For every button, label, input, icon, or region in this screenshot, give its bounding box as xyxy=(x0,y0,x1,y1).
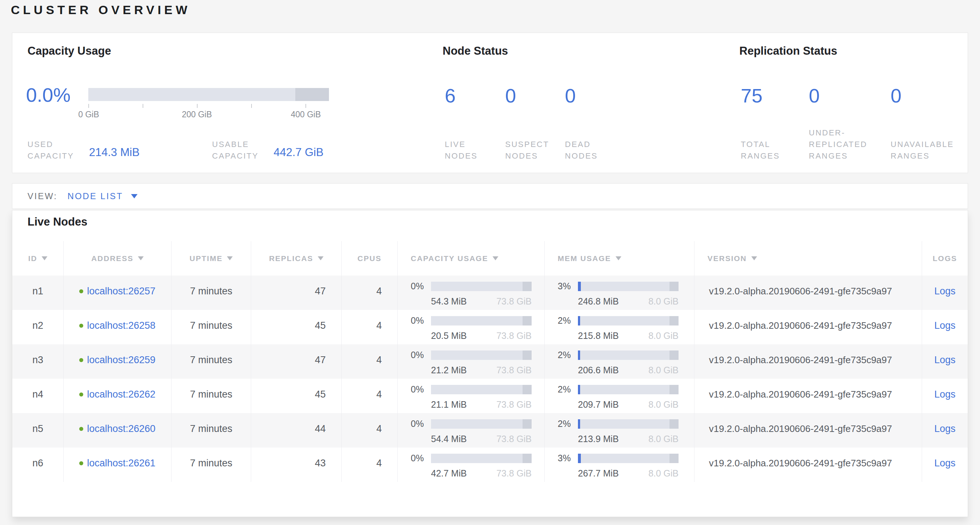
usage-percent: 2% xyxy=(558,384,578,395)
usage-meter-cap xyxy=(523,282,531,291)
capacity-usage-cell: 0% 54.3 MiB73.8 GiB xyxy=(398,276,545,310)
sort-descending-icon xyxy=(41,256,48,260)
page-title: CLUSTER OVERVIEW xyxy=(11,3,191,17)
usage-meter xyxy=(578,282,679,291)
node-id: n1 xyxy=(12,276,64,310)
usage-meter xyxy=(431,282,531,291)
logs-link[interactable]: Logs xyxy=(934,389,956,400)
usage-meter xyxy=(431,454,531,463)
capacity-axis-labels: 0 GiB 200 GiB 400 GiB xyxy=(88,110,329,121)
usage-percent: 3% xyxy=(558,453,578,463)
usage-meter xyxy=(431,385,531,394)
usage-meter xyxy=(431,419,531,429)
mem-usage-cell: 2% 215.8 MiB8.0 GiB xyxy=(545,310,694,344)
axis-tick-label: 200 GiB xyxy=(182,110,212,120)
node-address-cell: localhost:26260 xyxy=(64,413,172,447)
usage-meter-cap xyxy=(670,316,679,326)
usage-used-value: 42.7 MiB xyxy=(431,468,467,479)
table-row: n1 localhost:26257 7 minutes 47 4 0% 54.… xyxy=(12,276,968,310)
logs-link[interactable]: Logs xyxy=(934,354,956,366)
usage-meter xyxy=(578,316,679,326)
capacity-usage-cell: 0% 54.4 MiB73.8 GiB xyxy=(398,413,545,447)
usage-meter-cap xyxy=(523,351,531,360)
table-row: n5 localhost:26260 7 minutes 44 4 0% 54.… xyxy=(12,413,968,447)
usage-meter-cap xyxy=(523,385,531,394)
usage-used-value: 267.7 MiB xyxy=(578,468,619,479)
axis-tick-label: 0 GiB xyxy=(78,110,99,120)
node-uptime: 7 minutes xyxy=(172,447,251,482)
usage-percent: 0% xyxy=(411,418,431,429)
usage-total-value: 8.0 GiB xyxy=(649,330,679,341)
node-cpus: 4 xyxy=(342,344,398,379)
sort-descending-icon xyxy=(493,256,498,260)
usage-used-value: 246.8 MiB xyxy=(578,296,619,307)
node-address-link[interactable]: localhost:26260 xyxy=(87,423,155,434)
stat-value: 0 xyxy=(505,85,516,107)
node-version: v19.2.0-alpha.20190606-2491-gfe735c9a97 xyxy=(694,310,922,344)
node-address-cell: localhost:26261 xyxy=(64,447,172,482)
usage-meter xyxy=(578,351,679,360)
logs-link[interactable]: Logs xyxy=(934,286,956,297)
stat-value: 0 xyxy=(809,85,820,107)
node-address-link[interactable]: localhost:26259 xyxy=(87,354,155,366)
node-address-link[interactable]: localhost:26257 xyxy=(87,286,155,297)
logs-link[interactable]: Logs xyxy=(934,423,956,434)
node-replicas: 43 xyxy=(251,447,342,482)
usage-used-value: 213.9 MiB xyxy=(578,434,619,444)
column-header-id[interactable]: ID xyxy=(12,241,64,276)
logs-link[interactable]: Logs xyxy=(934,458,956,469)
capacity-usage-cell: 0% 42.7 MiB73.8 GiB xyxy=(398,447,545,482)
usage-total-value: 73.8 GiB xyxy=(496,330,531,341)
usage-meter-cap xyxy=(523,419,531,429)
logs-cell: Logs xyxy=(922,447,968,482)
usage-meter-fill xyxy=(578,282,581,291)
node-address-link[interactable]: localhost:26258 xyxy=(87,320,155,331)
usage-percent: 0% xyxy=(411,315,431,326)
node-live-status-icon xyxy=(79,461,83,465)
node-id: n3 xyxy=(12,344,64,379)
column-header-capacity-usage[interactable]: CAPACITY USAGE xyxy=(398,241,545,276)
usage-used-value: 54.4 MiB xyxy=(431,434,467,444)
usage-percent: 0% xyxy=(411,384,431,395)
column-header-replicas[interactable]: REPLICAS xyxy=(251,241,342,276)
logs-cell: Logs xyxy=(922,276,968,310)
node-list-dropdown[interactable]: NODE LIST xyxy=(68,191,138,201)
node-version: v19.2.0-alpha.20190606-2491-gfe735c9a97 xyxy=(694,447,922,482)
node-uptime: 7 minutes xyxy=(172,379,251,413)
stat-value: 0 xyxy=(565,85,576,107)
table-row: n6 localhost:26261 7 minutes 43 4 0% 42.… xyxy=(12,447,968,482)
usage-total-value: 73.8 GiB xyxy=(496,434,531,444)
usable-capacity-value: 442.7 GiB xyxy=(274,146,323,159)
replication-status-heading: Replication Status xyxy=(739,45,837,57)
usage-meter-cap xyxy=(670,282,679,291)
usage-percent: 0% xyxy=(411,350,431,360)
usage-used-value: 20.5 MiB xyxy=(431,330,467,341)
table-body: n1 localhost:26257 7 minutes 47 4 0% 54.… xyxy=(12,276,968,482)
capacity-usage-cell: 0% 21.2 MiB73.8 GiB xyxy=(398,344,545,379)
table-row: n2 localhost:26258 7 minutes 45 4 0% 20.… xyxy=(12,310,968,344)
node-cpus: 4 xyxy=(342,447,398,482)
node-cpus: 4 xyxy=(342,413,398,447)
node-status-heading: Node Status xyxy=(442,45,508,57)
node-address-link[interactable]: localhost:26261 xyxy=(87,458,155,469)
sort-descending-icon xyxy=(616,256,621,260)
node-cpus: 4 xyxy=(342,379,398,413)
node-live-status-icon xyxy=(79,289,83,293)
usage-meter-cap xyxy=(670,385,679,394)
column-header-address[interactable]: ADDRESS xyxy=(64,241,172,276)
column-header-version[interactable]: VERSION xyxy=(694,241,922,276)
column-header-uptime[interactable]: UPTIME xyxy=(172,241,251,276)
node-address-link[interactable]: localhost:26262 xyxy=(87,389,155,400)
usage-total-value: 73.8 GiB xyxy=(496,296,531,307)
column-header-mem-usage[interactable]: MEM USAGE xyxy=(545,241,694,276)
usage-total-value: 73.8 GiB xyxy=(496,468,531,479)
live-nodes-table: ID ADDRESS UPTIME REPLICAS CPUS CAPACITY… xyxy=(12,241,968,482)
node-address-cell: localhost:26259 xyxy=(64,344,172,379)
usage-meter xyxy=(578,419,679,429)
usage-used-value: 209.7 MiB xyxy=(578,399,619,410)
mem-usage-cell: 2% 213.9 MiB8.0 GiB xyxy=(545,413,694,447)
logs-link[interactable]: Logs xyxy=(934,320,956,331)
node-replicas: 47 xyxy=(251,276,342,310)
usage-percent: 2% xyxy=(558,418,578,429)
usage-used-value: 21.2 MiB xyxy=(431,365,467,375)
